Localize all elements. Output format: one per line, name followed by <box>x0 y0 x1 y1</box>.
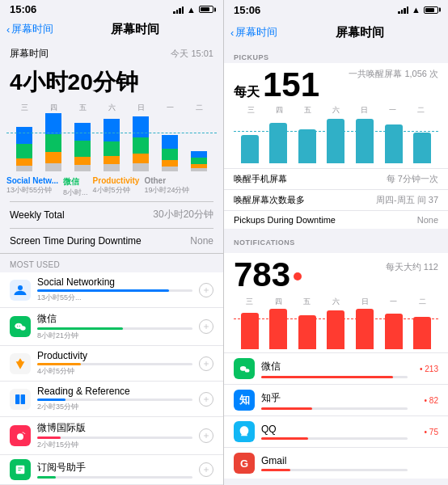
blue-bar-1 <box>269 123 287 163</box>
svg-rect-11 <box>15 394 19 404</box>
notif-bar-fill-qq <box>261 437 308 440</box>
app-bar-fill-reading <box>37 399 66 401</box>
app-info-weibo: 微博国际版 2小时15分钟 <box>37 421 192 450</box>
app-icon-reading <box>10 389 31 410</box>
app-info-reading: Reading & Reference 2小时35分钟 <box>37 386 192 412</box>
chart-day-labels: 三 四 五 六 日 一 二 <box>6 103 217 113</box>
signal-icon-right <box>398 6 408 14</box>
notif-app-info-qq: QQ <box>261 424 408 440</box>
bar-group-2 <box>71 123 94 171</box>
usage-chart: 三 四 五 六 日 一 二 <box>0 101 223 173</box>
app-bar-fill-weibo <box>37 436 61 439</box>
restrict-icon-subscribe[interactable] <box>199 462 213 477</box>
restrict-icon-weibo[interactable] <box>199 428 213 443</box>
bar-group-3 <box>100 119 123 171</box>
most-wakeup-label: 唤醒屏幕次数最多 <box>234 194 305 206</box>
legend-item-productivity: Productivity 4小时5分钟 <box>93 176 140 198</box>
notif-day-labels: 三 四 五 六 日 一 二 <box>224 297 448 307</box>
restrict-icon-productivity[interactable] <box>199 356 213 371</box>
downtime-pickups-label: Pickups During Downtime <box>234 215 336 225</box>
restrict-icon-reading[interactable] <box>199 392 213 407</box>
notif-list-item-gmail[interactable]: G Gmail <box>224 447 448 479</box>
app-time-social: 13小时55分... <box>37 293 192 303</box>
notif-bar-zhihu <box>261 407 408 410</box>
back-label-left: 屏幕时间 <box>11 22 53 36</box>
pickups-card: 每天 151 一共唤醒屏幕 1,056 次 三 四 五 六 日 一 二 <box>224 63 448 168</box>
notif-count-wechat: • 213 <box>414 365 438 373</box>
pickups-dotted-line <box>234 131 438 132</box>
restrict-icon-wechat[interactable] <box>199 319 213 334</box>
nav-bar-left: ‹ 屏幕时间 屏幕时间 <box>0 17 223 44</box>
chevron-left-icon: ‹ <box>6 23 10 36</box>
back-button-left[interactable]: ‹ 屏幕时间 <box>6 22 53 36</box>
blue-bar-0 <box>241 135 259 163</box>
app-info-wechat: 微信 8小时21分钟 <box>37 312 192 341</box>
notif-bar-chart <box>234 309 438 349</box>
list-item[interactable]: Social Networking 13小时55分... <box>0 272 223 308</box>
status-time-left: 15:06 <box>10 3 36 15</box>
list-item[interactable]: 订阅号助手 <box>0 455 223 485</box>
battery-icon-right <box>424 6 438 14</box>
svg-point-6 <box>20 326 26 330</box>
wakeup-value: 每 7分钟一次 <box>387 173 438 185</box>
app-name-wechat: 微信 <box>37 312 192 326</box>
most-used-label: MOST USED <box>0 254 223 272</box>
red-bar-3 <box>327 310 344 349</box>
weekly-total-row: Weekly Total 30小时20分钟 <box>0 201 223 228</box>
app-name-reading: Reading & Reference <box>37 386 192 397</box>
legend-name-social: Social Netw... <box>6 176 58 185</box>
notif-count-qq: • 75 <box>414 428 438 436</box>
svg-point-5 <box>19 326 20 327</box>
nav-bar-right: ‹ 屏幕时间 屏幕时间 <box>224 18 448 48</box>
app-bar-reading <box>37 399 192 401</box>
notif-bar-gmail <box>261 469 408 471</box>
day-label-2: 五 <box>71 103 94 113</box>
status-icons-left: ▲ <box>173 5 213 15</box>
most-wakeup-value: 周四-周五 间 37 <box>376 194 438 206</box>
bar-group-1 <box>42 113 65 171</box>
notif-app-name-zhihu: 知乎 <box>261 391 408 405</box>
bar-group-6 <box>188 151 210 171</box>
bar-group-5 <box>158 135 181 171</box>
app-icon-productivity <box>10 353 31 374</box>
app-bar-productivity <box>37 363 192 365</box>
bar-group-0 <box>13 127 36 171</box>
left-panel: 15:06 ▲ ‹ 屏幕时间 屏幕时间 屏幕时间 今天 15:01 4小时20分… <box>0 0 224 485</box>
app-name-productivity: Productivity <box>37 350 192 361</box>
status-bar-left: 15:06 ▲ <box>0 0 223 17</box>
blue-bar-4 <box>356 119 374 163</box>
list-item[interactable]: Productivity 4小时5分钟 <box>0 346 223 382</box>
list-item[interactable]: 微信 8小时21分钟 <box>0 308 223 346</box>
back-button-right[interactable]: ‹ 屏幕时间 <box>230 25 277 40</box>
red-bar-1 <box>269 309 287 349</box>
dotted-average-line <box>6 133 217 133</box>
legend-item-wechat: 微信 8小时... <box>63 176 88 198</box>
nav-title-right: 屏幕时间 <box>277 25 442 40</box>
day-label-5: 一 <box>158 103 181 113</box>
notif-bar-wechat <box>261 376 408 378</box>
most-wakeup-stat-row: 唤醒屏幕次数最多 周四-周五 间 37 <box>224 189 448 210</box>
app-info-subscribe: 订阅号助手 <box>37 461 192 479</box>
notif-app-name-wechat: 微信 <box>261 360 408 373</box>
list-item[interactable]: Reading & Reference 2小时35分钟 <box>0 382 223 417</box>
legend-name-productivity: Productivity <box>93 176 140 185</box>
notif-number: 783 <box>234 258 290 292</box>
bar-chart-left <box>6 115 217 171</box>
blue-bar-6 <box>413 133 431 163</box>
notifications-card: 783 每天大约 112 三 四 五 六 日 一 二 <box>224 253 448 479</box>
app-info-social: Social Networking 13小时55分... <box>37 276 192 303</box>
list-item[interactable]: 微博国际版 2小时15分钟 <box>0 417 223 455</box>
notif-app-icon-gmail: G <box>234 453 255 474</box>
notif-header: 783 每天大约 112 <box>224 253 448 297</box>
restrict-icon-social[interactable] <box>199 283 213 297</box>
notif-list-item-wechat[interactable]: 微信 • 213 <box>224 352 448 384</box>
svg-point-0 <box>18 285 23 290</box>
notif-list-item-qq[interactable]: QQ • 75 <box>224 415 448 447</box>
notif-list-item-zhihu[interactable]: 知 知乎 • 82 <box>224 384 448 415</box>
app-icon-wechat <box>10 316 31 337</box>
pickups-number: 151 <box>263 68 319 102</box>
notif-count-display: 783 <box>234 258 302 292</box>
app-bar-weibo <box>37 436 192 439</box>
app-bar-fill-productivity <box>37 363 81 365</box>
app-icon-subscribe <box>10 459 31 480</box>
